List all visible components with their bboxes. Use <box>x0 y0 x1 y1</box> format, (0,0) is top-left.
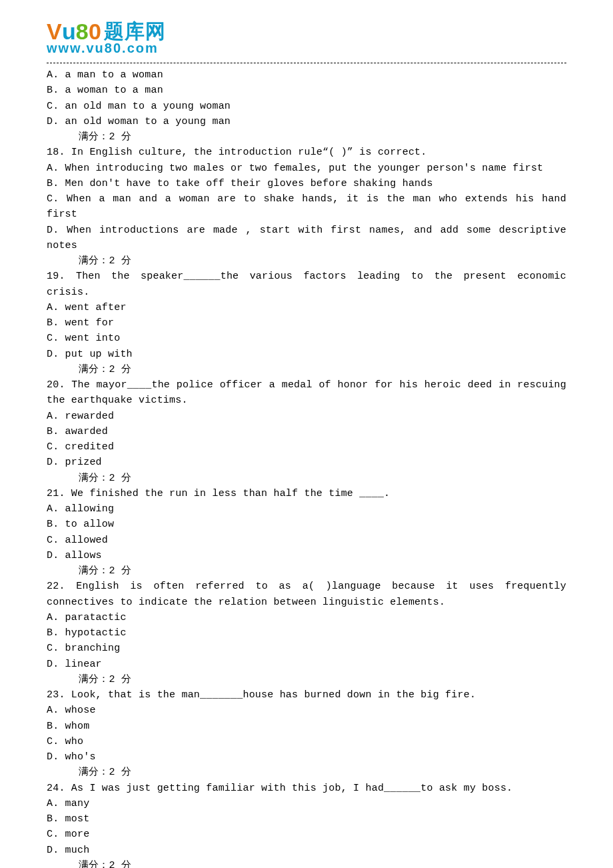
q18-score: 满分：2 分 <box>47 255 131 267</box>
q24-option-b: B. most <box>47 811 566 827</box>
q21-option-b: B. to allow <box>47 517 566 532</box>
q21-option-c: C. allowed <box>47 533 566 548</box>
q21-option-a: A. allowing <box>47 501 566 517</box>
q23-stem: 23. Look, that is the man_______house ha… <box>47 687 566 703</box>
q20-option-c: C. credited <box>47 439 566 455</box>
q21-stem: 21. We finished the run in less than hal… <box>47 486 566 501</box>
q22-option-a: A. paratactic <box>47 610 566 625</box>
q22-option-c: C. branching <box>47 641 566 656</box>
q23-option-a: A. whose <box>47 703 566 718</box>
logo-letter-u: u <box>62 20 76 43</box>
logo-digit-0: 0 <box>89 20 101 43</box>
q23-score: 满分：2 分 <box>47 767 131 778</box>
q24-option-a: A. many <box>47 796 566 811</box>
q17-option-b: B. a woman to a man <box>47 83 566 98</box>
q19-option-c: C. went into <box>47 331 566 346</box>
logo-chinese: 题库网 <box>104 21 166 41</box>
q23-option-c: C. who <box>47 734 566 749</box>
q20-stem: 20. The mayor____the police officer a me… <box>47 377 566 409</box>
q20-option-a: A. rewarded <box>47 409 566 424</box>
q22-score: 满分：2 分 <box>47 674 131 685</box>
q19-score: 满分：2 分 <box>47 364 131 375</box>
q20-score: 满分：2 分 <box>47 473 131 484</box>
q18-option-c: C. When a man and a woman are to shake h… <box>47 191 566 223</box>
q19-option-a: A. went after <box>47 300 566 315</box>
q19-option-d: D. put up with <box>47 347 566 362</box>
q24-option-c: C. more <box>47 827 566 842</box>
q19-stem: 19. Then the speaker______the various fa… <box>47 269 566 300</box>
q17-option-c: C. an old man to a young woman <box>47 99 566 114</box>
q20-option-d: D. prized <box>47 455 566 470</box>
site-logo: V u 8 0 题库网 www.vu80.com <box>47 20 566 55</box>
q18-option-a: A. When introducing two males or two fem… <box>47 161 566 176</box>
q24-option-d: D. much <box>47 843 566 858</box>
q23-option-d: D. who's <box>47 749 566 765</box>
q22-option-d: D. linear <box>47 657 566 672</box>
q22-option-b: B. hypotactic <box>47 625 566 641</box>
document-page: V u 8 0 题库网 www.vu80.com A. a man to a w… <box>0 0 613 868</box>
q21-score: 满分：2 分 <box>47 565 131 577</box>
q17-option-a: A. a man to a woman <box>47 67 566 83</box>
q18-option-b: B. Men don't have to take off their glov… <box>47 176 566 191</box>
q18-stem: 18. In English culture, the introduction… <box>47 145 566 160</box>
q20-option-b: B. awarded <box>47 424 566 439</box>
logo-digit-8: 8 <box>76 20 89 43</box>
q22-stem: 22. English is often referred to as a( )… <box>47 579 566 610</box>
logo-top-row: V u 8 0 题库网 <box>47 20 566 43</box>
q17-option-d: D. an old woman to a young man <box>47 114 566 129</box>
logo-url: www.vu80.com <box>47 41 566 55</box>
logo-letter-v: V <box>47 20 62 43</box>
q23-option-b: B. whom <box>47 719 566 734</box>
q24-score: 满分：2 分 <box>47 860 131 868</box>
header-divider <box>47 63 566 63</box>
q21-option-d: D. allows <box>47 548 566 563</box>
q24-stem: 24. As I was just getting familiar with … <box>47 781 566 796</box>
q17-score: 满分：2 分 <box>47 131 131 143</box>
q18-option-d: D. When introductions are made , start w… <box>47 223 566 254</box>
q19-option-b: B. went for <box>47 315 566 331</box>
